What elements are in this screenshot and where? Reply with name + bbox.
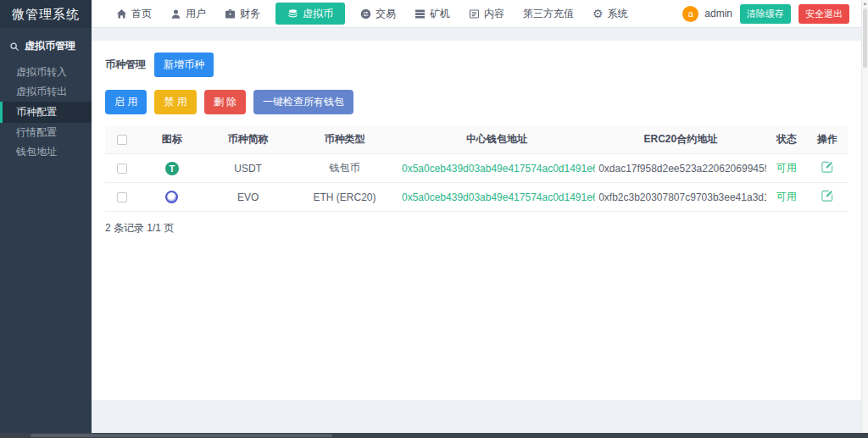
coin-type: ETH (ERC20) [291, 183, 398, 212]
edit-icon[interactable] [821, 190, 833, 202]
nav-item-users[interactable]: 用户 [161, 0, 215, 27]
sidebar-section-label: 虚拟币管理 [25, 39, 75, 53]
coin-symbol: USDT [205, 154, 291, 183]
wallet-address-link[interactable]: 0x5a0ceb439d03ab49e417574ac0d1491e678943… [402, 191, 595, 203]
enable-button[interactable]: 启 用 [105, 90, 147, 114]
sidebar-item-coin-transfer-in[interactable]: 虚拟币转入 [0, 63, 92, 82]
sidebar-section-virtual-currency[interactable]: 虚拟币管理 [0, 28, 92, 63]
tab-coin-management[interactable]: 币种管理 [105, 58, 146, 72]
top-header: 首页 用户 财务 虚拟币 交易 矿机 [92, 0, 861, 28]
home-icon [116, 8, 127, 19]
coin-type: 钱包币 [291, 154, 398, 183]
header-wallet-address: 中心钱包地址 [398, 125, 595, 154]
coin-symbol: EVO [205, 183, 291, 212]
nav-item-system[interactable]: ⚙ 系统 [583, 0, 637, 27]
nav-item-label: 首页 [131, 7, 152, 21]
toolbar: 启 用 禁 用 删 除 一键检查所有钱包 [105, 90, 848, 114]
header-actions: 操作 [807, 125, 848, 154]
nav-item-label: 用户 [186, 7, 206, 21]
header-erc20-address: ERC20合约地址 [595, 125, 765, 154]
sidebar-item-coin-config[interactable]: 币种配置 [0, 102, 92, 123]
table-row: T USDT 钱包币 0x5a0ceb439d03ab49e417574ac0d… [105, 154, 848, 183]
nav-item-miner[interactable]: 矿机 [405, 0, 459, 27]
sidebar-item-market-config[interactable]: 行情配置 [0, 123, 92, 142]
header-right: a admin 清除缓存 安全退出 [682, 4, 854, 24]
nav-item-virtual-currency[interactable]: 虚拟币 [275, 3, 345, 25]
user-icon [170, 8, 181, 19]
header-icon: 图标 [138, 125, 205, 154]
newspaper-icon [469, 8, 480, 19]
nav-item-trade[interactable]: 交易 [351, 0, 405, 27]
edit-icon[interactable] [821, 161, 833, 173]
row-checkbox[interactable] [117, 192, 127, 202]
header-symbol: 币种简称 [205, 125, 291, 154]
check-all-wallets-button[interactable]: 一键检查所有钱包 [253, 90, 353, 114]
sidebar-item-wallet-address[interactable]: 钱包地址 [0, 142, 92, 162]
sidebar: 微管理系统 虚拟币管理 虚拟币转入 虚拟币转出 币种配置 行情配置 钱包地址 [0, 0, 92, 433]
nav-item-finance[interactable]: 财务 [215, 0, 270, 27]
header-checkbox-cell [105, 125, 138, 154]
nav-item-label: 交易 [376, 7, 396, 21]
app-logo: 微管理系统 [0, 0, 92, 28]
sidebar-item-label: 行情配置 [16, 126, 57, 138]
status-badge: 可用 [776, 191, 797, 202]
row-checkbox[interactable] [117, 164, 127, 174]
server-icon [415, 8, 426, 19]
table-header-row: 图标 币种简称 币种类型 中心钱包地址 ERC20合约地址 状态 操作 [105, 125, 848, 154]
nav-item-label: 系统 [608, 7, 628, 21]
add-coin-button[interactable]: 新增币种 [154, 53, 214, 77]
gear-icon: ⚙ [593, 8, 604, 19]
username: admin [704, 8, 732, 19]
erc20-address: 0xfb2c3b20307807c9703b3ee41a3d142cfb5bb1… [598, 191, 765, 203]
vertical-scrollbar[interactable]: ▲ [861, 0, 868, 433]
top-nav: 首页 用户 财务 虚拟币 交易 矿机 [107, 0, 637, 27]
status-badge: 可用 [776, 162, 797, 174]
tabs-row: 币种管理 新增币种 [105, 53, 848, 77]
avatar: a [682, 6, 698, 22]
wallet-address-link[interactable]: 0x5a0ceb439d03ab49e417574ac0d1491e678943… [402, 163, 595, 175]
nav-item-label: 财务 [240, 7, 260, 21]
sidebar-item-label: 钱包地址 [16, 146, 57, 158]
delete-button[interactable]: 删 除 [204, 90, 246, 114]
nav-item-label: 第三方充值 [523, 7, 574, 21]
coins-icon [287, 8, 298, 19]
main-panel: 币种管理 新增币种 启 用 禁 用 删 除 一键检查所有钱包 图标 币种简称 币… [92, 41, 861, 400]
nav-item-label: 内容 [484, 7, 504, 21]
disable-button[interactable]: 禁 用 [154, 90, 196, 114]
nav-item-label: 矿机 [430, 7, 450, 21]
sidebar-item-label: 虚拟币转出 [16, 86, 67, 97]
nav-item-label: 虚拟币 [303, 7, 333, 21]
clear-cache-button[interactable]: 清除缓存 [740, 4, 791, 24]
coin-table: 图标 币种简称 币种类型 中心钱包地址 ERC20合约地址 状态 操作 T US… [105, 125, 848, 212]
sidebar-item-label: 虚拟币转入 [16, 66, 67, 78]
search-icon [9, 42, 19, 52]
app-window: 微管理系统 虚拟币管理 虚拟币转入 虚拟币转出 币种配置 行情配置 钱包地址 首… [0, 0, 868, 438]
select-all-checkbox[interactable] [117, 135, 127, 145]
table-row: EVO ETH (ERC20) 0x5a0ceb439d03ab49e41757… [105, 183, 848, 212]
nav-item-content[interactable]: 内容 [459, 0, 514, 27]
horizontal-scrollbar-thumb[interactable] [31, 434, 332, 437]
briefcase-icon [225, 8, 236, 19]
erc20-address: 0xdac17f958d2ee523a2206206994597c13d831e… [598, 163, 765, 175]
logout-button[interactable]: 安全退出 [798, 4, 849, 24]
pagination-info: 2 条记录 1/1 页 [105, 221, 848, 236]
sidebar-item-label: 币种配置 [16, 106, 57, 118]
usdt-coin-icon: T [165, 162, 179, 175]
horizontal-scrollbar[interactable] [0, 433, 868, 438]
nav-item-home[interactable]: 首页 [107, 0, 161, 27]
user-menu[interactable]: a admin [682, 6, 732, 22]
nav-item-thirdparty-recharge[interactable]: 第三方充值 [514, 0, 583, 27]
scroll-up-arrow-icon[interactable]: ▲ [862, 0, 868, 7]
header-status: 状态 [766, 125, 807, 154]
header-type: 币种类型 [291, 125, 398, 154]
exchange-icon [360, 8, 371, 19]
evo-coin-icon [165, 191, 178, 203]
vertical-scrollbar-thumb[interactable] [863, 8, 867, 68]
sidebar-item-coin-transfer-out[interactable]: 虚拟币转出 [0, 82, 92, 102]
